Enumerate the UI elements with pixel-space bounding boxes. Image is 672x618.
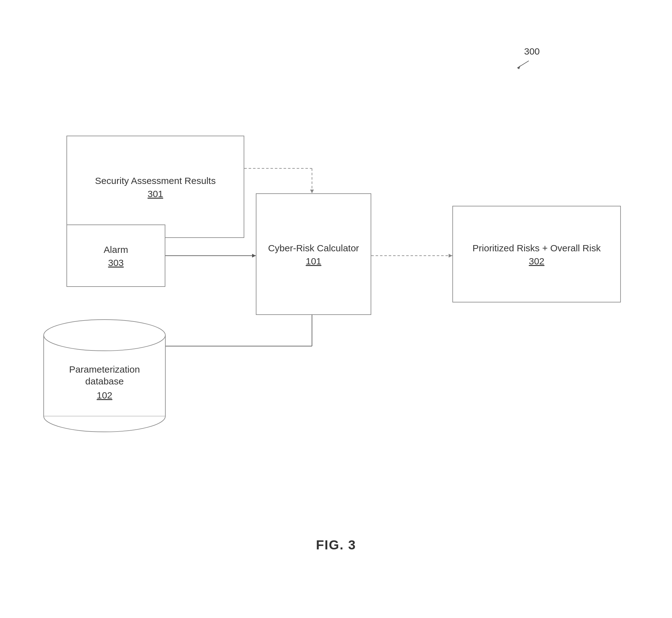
cyber-risk-number: 101: [306, 256, 321, 267]
svg-marker-8: [449, 254, 452, 258]
prioritized-risks-label: Prioritized Risks + Overall Risk: [473, 242, 601, 255]
svg-text:102: 102: [97, 390, 112, 400]
security-assessment-label: Security Assessment Results: [95, 174, 216, 187]
alarm-number: 303: [108, 258, 123, 268]
svg-line-0: [517, 61, 529, 68]
security-assessment-box: Security Assessment Results 301: [67, 136, 244, 238]
figure-caption: FIG. 3: [316, 537, 356, 552]
alarm-box: Alarm 303: [67, 224, 165, 287]
cyber-risk-box: Cyber-Risk Calculator 101: [256, 193, 371, 315]
svg-text:database: database: [85, 376, 123, 386]
alarm-label: Alarm: [103, 243, 128, 256]
svg-marker-6: [252, 254, 256, 258]
ref-300-label: 300: [524, 46, 540, 57]
prioritized-risks-box: Prioritized Risks + Overall Risk 302: [452, 206, 621, 302]
parameterization-db-cylinder: Parameterization database 102: [40, 318, 172, 433]
svg-point-14: [44, 320, 165, 351]
cyber-risk-label: Cyber-Risk Calculator: [268, 242, 359, 255]
diagram-container: 300 Security Assessment Results 301: [0, 0, 672, 618]
svg-text:Parameterization: Parameterization: [69, 364, 140, 375]
prioritized-risks-number: 302: [529, 256, 544, 267]
svg-marker-4: [310, 190, 314, 193]
security-assessment-number: 301: [148, 189, 163, 199]
svg-marker-1: [517, 66, 520, 69]
